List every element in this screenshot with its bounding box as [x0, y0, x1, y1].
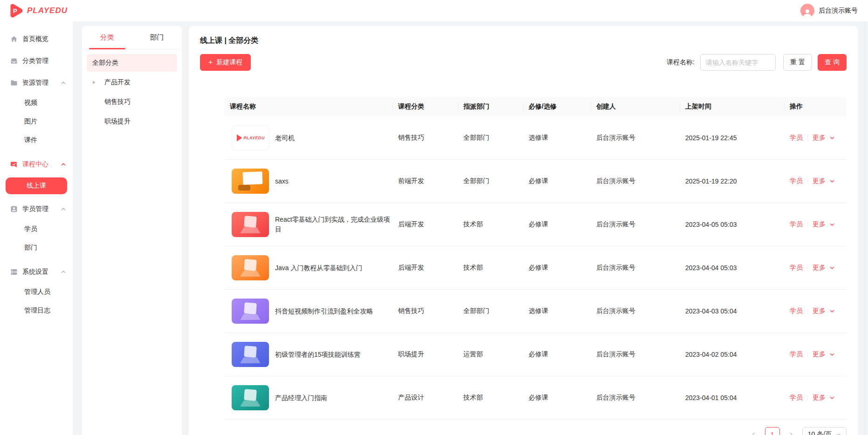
sidebar-item-student-management[interactable]: 学员管理	[0, 198, 73, 220]
sidebar-item-courseware[interactable]: 课件	[0, 131, 73, 150]
course-thumbnail	[232, 125, 269, 150]
tab-department[interactable]: 部门	[132, 26, 182, 49]
students-link[interactable]: 学员	[790, 220, 803, 229]
assigned-department: 技术部	[458, 264, 523, 272]
sidebar-item-resources[interactable]: 资源管理	[0, 72, 73, 94]
course-title: 抖音短视频制作引流到盈利全攻略	[275, 306, 373, 316]
course-name-cell: 老司机	[224, 125, 393, 150]
user-name: 后台演示账号	[819, 7, 858, 15]
sidebar-item-system-settings[interactable]: 系统设置	[0, 261, 73, 283]
category-list: 全部分类 产品开发 销售技巧 职场提升	[82, 49, 182, 137]
sidebar-item-departments[interactable]: 部门	[0, 238, 73, 257]
sidebar-subitem-label: 部门	[24, 244, 37, 252]
sidebar-item-videos[interactable]: 视频	[0, 94, 73, 112]
chevron-down-icon[interactable]	[829, 352, 835, 357]
sidebar-subitem-label: 管理日志	[24, 306, 50, 315]
settings-submenu: 管理人员 管理日志	[0, 283, 73, 320]
pagination: 1 10 条/页	[189, 427, 847, 435]
sidebar-item-images[interactable]: 图片	[0, 112, 73, 131]
sidebar-subitem-label: 图片	[24, 117, 37, 126]
publish-time: 2023-04-01 05:04	[680, 394, 784, 401]
more-link[interactable]: 更多	[813, 134, 826, 142]
table-row: 产品经理入门指南 产品设计 技术部 必修课 后台演示账号 2023-04-01 …	[224, 376, 847, 420]
category-label: 销售技巧	[104, 98, 131, 106]
actions-cell: 学员 更多	[784, 134, 847, 142]
students-link[interactable]: 学员	[790, 134, 803, 142]
category-tray-icon	[10, 57, 18, 65]
sidebar-item-admins[interactable]: 管理人员	[0, 283, 73, 301]
prev-page-button[interactable]	[746, 427, 761, 435]
course-thumbnail	[232, 212, 269, 237]
more-link[interactable]: 更多	[813, 264, 826, 272]
course-category: 前端开发	[393, 177, 458, 185]
divider	[807, 394, 808, 401]
chat-bubble-icon	[10, 161, 18, 168]
resources-submenu: 视频 图片 课件	[0, 94, 73, 150]
sidebar-item-label: 分类管理	[22, 57, 48, 65]
caret-right-icon[interactable]	[93, 81, 96, 84]
course-table: 课程名称 课程分类 指派部门 必修/选修 创建人 上架时间 操作 老司机 销售技…	[224, 97, 847, 420]
column-header: 指派部门	[458, 102, 523, 111]
chevron-down-icon[interactable]	[829, 135, 835, 141]
window-scrollbar[interactable]	[865, 21, 865, 435]
next-page-button[interactable]	[784, 427, 799, 435]
sidebar-item-admin-logs[interactable]: 管理日志	[0, 301, 73, 320]
sidebar-item-online-courses[interactable]: 线上课	[6, 177, 67, 194]
category-item-career[interactable]: 职场提升	[87, 113, 177, 130]
assigned-department: 技术部	[458, 394, 523, 402]
more-link[interactable]: 更多	[813, 307, 826, 315]
chevron-down-icon[interactable]	[829, 265, 835, 271]
category-item-sales[interactable]: 销售技巧	[87, 93, 177, 111]
user-menu[interactable]: 后台演示账号	[800, 4, 858, 18]
actions-cell: 学员 更多	[784, 220, 847, 229]
publish-time: 2025-01-19 22:20	[680, 177, 784, 185]
page-size-select[interactable]: 10 条/页	[802, 427, 847, 435]
course-type: 必修课	[523, 394, 591, 402]
more-link[interactable]: 更多	[813, 220, 826, 229]
new-course-label: 新建课程	[216, 58, 242, 67]
more-link[interactable]: 更多	[813, 394, 826, 402]
students-link[interactable]: 学员	[790, 177, 803, 185]
sidebar: 首页概览 分类管理 资源管理 视频 图片 课件 课程中心 线上课 学员管理 学员…	[0, 21, 73, 435]
course-category: 产品设计	[393, 394, 458, 402]
server-icon	[10, 268, 18, 276]
tab-category[interactable]: 分类	[82, 26, 132, 49]
sidebar-subitem-label: 管理人员	[24, 288, 50, 296]
sidebar-item-dashboard[interactable]: 首页概览	[0, 28, 73, 50]
more-link[interactable]: 更多	[813, 350, 826, 359]
course-title: Java 入门教程从零基础到入门	[275, 263, 362, 273]
chevron-down-icon[interactable]	[829, 178, 835, 184]
reset-button[interactable]: 重 置	[783, 54, 812, 71]
column-header: 上架时间	[680, 102, 784, 111]
students-link[interactable]: 学员	[790, 307, 803, 315]
category-label: 全部分类	[92, 59, 118, 67]
sidebar-item-categories[interactable]: 分类管理	[0, 50, 73, 72]
assigned-department: 全部部门	[458, 307, 523, 315]
students-link[interactable]: 学员	[790, 350, 803, 359]
sidebar-item-students[interactable]: 学员	[0, 220, 73, 238]
creator: 后台演示账号	[591, 350, 680, 359]
page-size-label: 10 条/页	[808, 430, 832, 435]
students-link[interactable]: 学员	[790, 264, 803, 272]
app-logo[interactable]: P PLAYEDU	[9, 3, 68, 18]
actions-cell: 学员 更多	[784, 307, 847, 315]
sidebar-item-course-center[interactable]: 课程中心	[0, 153, 73, 175]
assigned-department: 技术部	[458, 220, 523, 229]
students-link[interactable]: 学员	[790, 394, 803, 402]
actions-cell: 学员 更多	[784, 350, 847, 359]
chevron-down-icon[interactable]	[829, 308, 835, 314]
chevron-down-icon[interactable]	[829, 222, 835, 227]
chevron-down-icon[interactable]	[829, 395, 835, 401]
category-item-product-dev[interactable]: 产品开发	[87, 74, 177, 91]
more-link[interactable]: 更多	[813, 177, 826, 185]
query-button[interactable]: 查 询	[818, 54, 847, 71]
panel-tabs: 分类 部门	[82, 26, 182, 49]
creator: 后台演示账号	[591, 177, 680, 185]
divider	[807, 135, 808, 141]
course-name-cell: 初级管理者的15项技能训练营	[224, 342, 393, 367]
new-course-button[interactable]: + 新建课程	[200, 54, 251, 71]
category-item-all[interactable]: 全部分类	[87, 54, 177, 72]
page-number-button[interactable]: 1	[765, 427, 780, 435]
course-center-submenu: 线上课	[0, 177, 73, 194]
course-name-input[interactable]	[700, 54, 776, 71]
